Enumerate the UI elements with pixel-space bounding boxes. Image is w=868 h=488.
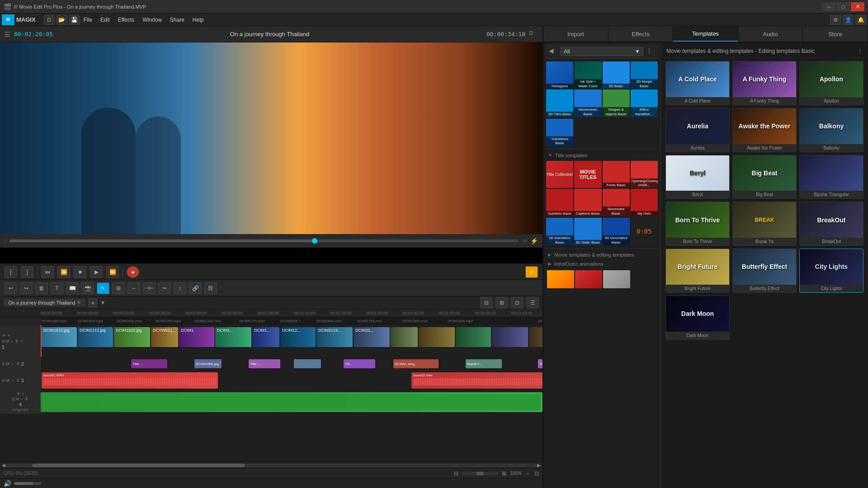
clip-1-13[interactable]	[456, 327, 491, 347]
snapshot-tool[interactable]: 📸	[81, 282, 94, 294]
track-4-s[interactable]: S	[12, 397, 14, 401]
view-list[interactable]: ☰	[526, 297, 539, 309]
forward-button[interactable]: ⏩	[106, 266, 119, 278]
timeline-scrollbar[interactable]: ◀ ▶	[0, 462, 542, 468]
track-1-m[interactable]: M	[5, 339, 9, 343]
clip-1-8[interactable]: DCIM12...	[280, 327, 316, 347]
gallery-item-darkmoon[interactable]: Dark Moon Dark Moon	[665, 296, 730, 340]
gallery-item-aurelia[interactable]: Aurelia Aurelia	[665, 108, 730, 152]
title-clip-6[interactable]: DCIM2..alng	[393, 359, 439, 368]
title-templates-header[interactable]: ▼ Title templates	[545, 151, 659, 160]
title-clip-4[interactable]	[294, 359, 321, 368]
template-transitions[interactable]: Transitions Basic	[546, 119, 573, 146]
clip-1-14[interactable]	[492, 327, 528, 347]
title-clip-8[interactable]: Title An...	[538, 359, 542, 368]
gallery-item-breakout[interactable]: BreakOut BreakOut	[799, 202, 863, 246]
prev-frame-button[interactable]: ⏮	[41, 266, 54, 278]
mark-in-button[interactable]: [	[5, 266, 17, 278]
view-medium[interactable]: ⊞	[495, 297, 508, 309]
new-project-icon[interactable]: 🗋	[44, 15, 55, 25]
menu-help[interactable]: Help	[189, 16, 208, 24]
gallery-item-bigbeat[interactable]: Big Beat Big Beat	[732, 155, 797, 199]
track-1-add[interactable]: +	[8, 333, 10, 338]
fit-tool[interactable]: ↕	[174, 282, 186, 294]
gallery-item-funky[interactable]: A Funky Thing A Funky Thing	[732, 61, 797, 105]
scroll-left-btn[interactable]: ◀	[2, 463, 5, 468]
filter-dropdown[interactable]: All ▼	[561, 47, 643, 56]
template-movie-titles[interactable]: MOVIE TITLES	[574, 161, 601, 188]
minimize-button[interactable]: ─	[822, 2, 835, 11]
timeline-tab-close[interactable]: ✕	[77, 300, 81, 305]
template-effect[interactable]: Effect transition...	[631, 89, 658, 117]
clip-1-4[interactable]: DCYW52.jpg	[151, 327, 178, 347]
template-3dstatic[interactable]: 3D Static Basic	[574, 218, 601, 245]
clip-1-15[interactable]	[529, 327, 542, 347]
track-4-expand[interactable]: ▼	[16, 391, 21, 396]
gallery-more-icon[interactable]: ⋮	[857, 48, 863, 54]
template-title-collection[interactable]: Title Collection	[546, 161, 573, 188]
preview-thumb-1[interactable]	[547, 270, 574, 288]
title-clip-7[interactable]: Maine f...	[466, 359, 502, 368]
link-tool[interactable]: 🔗	[189, 282, 202, 294]
gallery-item-bipolar[interactable]: Bipolar Triangular	[799, 155, 863, 199]
clip-1-12[interactable]	[419, 327, 455, 347]
music-clip-1[interactable]	[41, 392, 542, 412]
stop-button[interactable]: ■	[74, 266, 86, 278]
timeline-add-button[interactable]: +	[88, 298, 97, 307]
gallery-item-born[interactable]: Born To Thrive Born To Thrive	[665, 202, 730, 246]
open-icon[interactable]: 📂	[57, 15, 67, 25]
movie-templates-header[interactable]: ▶ Movie templates & editing templates	[545, 250, 659, 259]
track-2-m[interactable]: M	[6, 361, 9, 366]
track-3-s[interactable]: S	[2, 378, 5, 383]
clip-1-2[interactable]: DCIM1113.jpg	[78, 327, 113, 347]
track-2-s[interactable]: S	[2, 361, 5, 366]
template-subtitles[interactable]: Subtitles Basic	[546, 189, 573, 216]
scrubber-bar[interactable]	[9, 239, 519, 242]
clip-1-3[interactable]: DCIM1622.jpg	[114, 327, 150, 347]
select-tool[interactable]: ↖	[97, 282, 109, 294]
template-3dbasic[interactable]: 3D Basic	[603, 61, 630, 89]
gallery-item-break[interactable]: BREAK Break Ya	[732, 202, 797, 246]
rewind-button[interactable]: ⏪	[57, 266, 70, 278]
unlink-tool[interactable]: ⛓	[204, 282, 217, 294]
zoom-in-btn[interactable]: ⊞	[502, 470, 506, 477]
clip-1-7[interactable]: DCIM1...	[252, 327, 279, 347]
template-fonts[interactable]: Fonts Basic	[603, 161, 630, 188]
volume-slider[interactable]	[14, 482, 41, 485]
template-3ddeco[interactable]: 3D Decorative Basic	[603, 218, 630, 245]
close-button[interactable]: ✕	[851, 2, 864, 11]
menu-share[interactable]: Share	[166, 16, 188, 24]
trim-tool[interactable]: ⊣⊢	[143, 282, 156, 294]
ripple-tool[interactable]: ↔	[127, 282, 140, 294]
gallery-item-apollon[interactable]: Apollon Apollon	[799, 61, 863, 105]
menu-edit[interactable]: Edit	[97, 16, 113, 24]
zoom-out-btn[interactable]: ⊟	[454, 470, 458, 477]
fit-timeline-btn[interactable]: ↔	[525, 470, 531, 477]
menu-file[interactable]: File	[80, 16, 96, 24]
scroll-track[interactable]	[5, 464, 537, 467]
record-button[interactable]: ●	[127, 266, 139, 278]
more-options-icon[interactable]: ⋮	[646, 47, 655, 56]
template-3dtiles[interactable]: 3D Tiles Basic	[546, 89, 573, 117]
template-timecode[interactable]: 0:05	[631, 218, 658, 245]
intro-outro-header[interactable]: ▶ Intro/Outro animations	[545, 259, 659, 268]
tab-store[interactable]: Store	[803, 26, 868, 42]
template-3dmorph[interactable]: 3D Morph Basic	[631, 61, 658, 89]
menu-window[interactable]: Window	[139, 16, 165, 24]
gallery-item-butterfly[interactable]: Butterfly Effect Butterfly Effect	[732, 249, 797, 293]
mark-out-button[interactable]: ]	[21, 266, 33, 278]
clip-1-1[interactable]: DCIM1623.jpg	[42, 327, 77, 347]
title-clip-2[interactable]: DCIM1068.jpg	[194, 359, 222, 368]
play-button[interactable]: ▶	[90, 266, 103, 278]
scroll-thumb[interactable]	[32, 464, 245, 467]
fullscreen-icon[interactable]: ⊡	[529, 30, 538, 39]
back-button[interactable]: ◀	[549, 47, 558, 56]
clip-1-6[interactable]: DCIM1...	[215, 327, 251, 347]
zoom-slider[interactable]	[462, 472, 498, 475]
track-1-expand[interactable]: ▼	[2, 333, 6, 338]
settings-icon[interactable]: ⚙	[830, 15, 841, 25]
view-normal[interactable]: ⊟	[480, 297, 493, 309]
template-opening[interactable]: Opening/Closing credit...	[631, 161, 658, 188]
text-tool[interactable]: T	[51, 282, 63, 294]
timeline-options-btn[interactable]: ⊡	[534, 470, 539, 477]
